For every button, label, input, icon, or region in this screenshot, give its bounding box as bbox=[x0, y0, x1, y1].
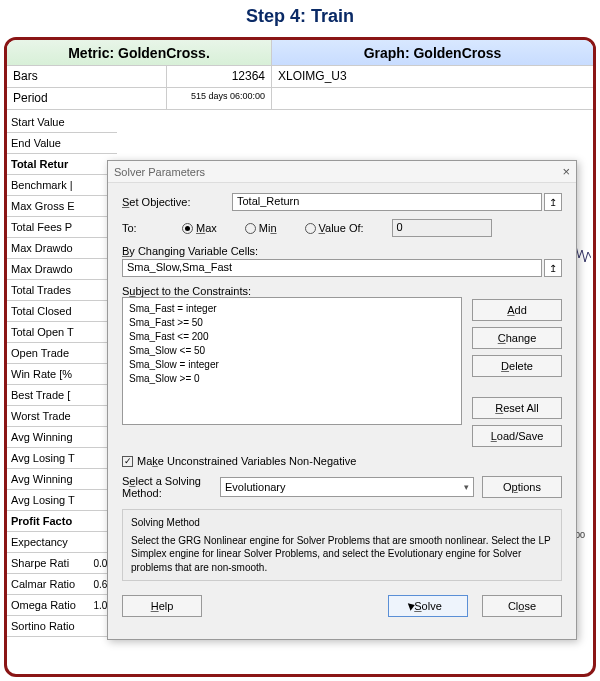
collapse-icon[interactable]: ↥ bbox=[544, 193, 562, 211]
stat-label: Calmar Ratio bbox=[11, 578, 75, 590]
stat-label: End Value bbox=[11, 137, 61, 149]
stat-row: Best Trade [ bbox=[7, 385, 117, 406]
stat-row: Max Drawdo bbox=[7, 238, 117, 259]
stat-label: Max Gross E bbox=[11, 200, 75, 212]
stat-row: End Value bbox=[7, 133, 117, 154]
radio-max[interactable]: Max bbox=[182, 222, 217, 234]
stat-label: Open Trade bbox=[11, 347, 69, 359]
stat-label: Benchmark | bbox=[11, 179, 73, 191]
period-row: Period 515 days 06:00:00 bbox=[7, 88, 593, 110]
desc-header: Solving Method bbox=[131, 516, 553, 530]
stat-row: Total Trades bbox=[7, 280, 117, 301]
checkbox-icon bbox=[122, 456, 133, 467]
dialog-title: Solver Parameters bbox=[114, 166, 205, 178]
step-title: Step 4: Train bbox=[0, 0, 600, 37]
set-objective-label: Set Objective: bbox=[122, 196, 232, 208]
stat-row: Avg Losing T bbox=[7, 490, 117, 511]
to-label: To: bbox=[122, 222, 152, 234]
value-of-input[interactable]: 0 bbox=[392, 219, 492, 237]
reset-all-button[interactable]: Reset All bbox=[472, 397, 562, 419]
stat-label: Total Fees P bbox=[11, 221, 72, 233]
constraint-item[interactable]: Sma_Fast <= 200 bbox=[129, 330, 455, 344]
stat-row: Sortino Ratio bbox=[7, 616, 117, 637]
method-select[interactable]: Evolutionary ▾ bbox=[220, 477, 474, 497]
period-label: Period bbox=[7, 88, 167, 109]
changing-cells-label: By Changing Variable Cells: bbox=[122, 245, 562, 257]
stat-label: Avg Winning bbox=[11, 473, 73, 485]
solving-method-description: Solving Method Select the GRG Nonlinear … bbox=[122, 509, 562, 581]
stat-row: Sharpe Rati0.05 bbox=[7, 553, 117, 574]
radio-value-of[interactable]: Value Of: bbox=[305, 222, 364, 234]
load-save-button[interactable]: Load/Save bbox=[472, 425, 562, 447]
dialog-titlebar: Solver Parameters × bbox=[108, 161, 576, 183]
changing-cells-input[interactable]: Sma_Slow,Sma_Fast bbox=[122, 259, 542, 277]
stat-row: Open Trade bbox=[7, 343, 117, 364]
stat-row: Avg Losing T bbox=[7, 448, 117, 469]
stat-row: Profit Facto bbox=[7, 511, 117, 532]
close-icon[interactable]: × bbox=[562, 164, 570, 179]
stat-label: Expectancy bbox=[11, 536, 68, 548]
solve-button[interactable]: Solve bbox=[388, 595, 468, 617]
stat-row: Avg Winning bbox=[7, 469, 117, 490]
nonneg-checkbox[interactable]: Make Unconstrained Variables Non-Negativ… bbox=[122, 455, 562, 467]
close-button[interactable]: Close bbox=[482, 595, 562, 617]
add-button[interactable]: Add bbox=[472, 299, 562, 321]
stat-row: Expectancy bbox=[7, 532, 117, 553]
delete-button[interactable]: Delete bbox=[472, 355, 562, 377]
period-value: 515 days 06:00:00 bbox=[167, 88, 272, 109]
objective-input[interactable]: Total_Return bbox=[232, 193, 542, 211]
stat-row: Start Value bbox=[7, 112, 117, 133]
constraints-label: Subject to the Constraints: bbox=[122, 285, 562, 297]
constraints-list[interactable]: Sma_Fast = integerSma_Fast >= 50Sma_Fast… bbox=[122, 297, 462, 425]
constraint-item[interactable]: Sma_Slow = integer bbox=[129, 358, 455, 372]
stat-row: Total Open T bbox=[7, 322, 117, 343]
radio-min[interactable]: Min bbox=[245, 222, 277, 234]
bars-label: Bars bbox=[7, 66, 167, 87]
bars-value: 12364 bbox=[167, 66, 272, 87]
stat-label: Total Trades bbox=[11, 284, 71, 296]
stat-label: Sortino Ratio bbox=[11, 620, 75, 632]
constraint-item[interactable]: Sma_Fast = integer bbox=[129, 302, 455, 316]
stat-row: Omega Ratio1.04 bbox=[7, 595, 117, 616]
solver-dialog: Solver Parameters × Set Objective: Total… bbox=[107, 160, 577, 640]
collapse-icon-2[interactable]: ↥ bbox=[544, 259, 562, 277]
stat-label: Worst Trade bbox=[11, 410, 71, 422]
stat-label: Max Drawdo bbox=[11, 263, 73, 275]
stat-row: Avg Winning bbox=[7, 427, 117, 448]
desc-body: Select the GRG Nonlinear engine for Solv… bbox=[131, 534, 553, 575]
stat-label: Sharpe Rati bbox=[11, 557, 69, 569]
stat-label: Profit Facto bbox=[11, 515, 72, 527]
stat-row: Benchmark | bbox=[7, 175, 117, 196]
stat-row: Calmar Ratio0.62 bbox=[7, 574, 117, 595]
stat-row: Total Fees P bbox=[7, 217, 117, 238]
stat-label: Avg Winning bbox=[11, 431, 73, 443]
constraint-item[interactable]: Sma_Fast >= 50 bbox=[129, 316, 455, 330]
stat-label: Total Retur bbox=[11, 158, 68, 170]
stat-label: Win Rate [% bbox=[11, 368, 72, 380]
stat-row: Total Closed bbox=[7, 301, 117, 322]
stat-label: Best Trade [ bbox=[11, 389, 70, 401]
method-value: Evolutionary bbox=[225, 481, 286, 493]
help-button[interactable]: Help bbox=[122, 595, 202, 617]
bars-right: XLOIMG_U3 bbox=[272, 66, 593, 87]
change-button[interactable]: Change bbox=[472, 327, 562, 349]
stat-row: Win Rate [% bbox=[7, 364, 117, 385]
stat-label: Max Drawdo bbox=[11, 242, 73, 254]
stat-row: Max Gross E bbox=[7, 196, 117, 217]
stat-label: Omega Ratio bbox=[11, 599, 76, 611]
constraint-item[interactable]: Sma_Slow <= 50 bbox=[129, 344, 455, 358]
stat-label: Start Value bbox=[11, 116, 65, 128]
stat-label: Avg Losing T bbox=[11, 452, 75, 464]
method-label: Select a Solving Method: bbox=[122, 475, 212, 499]
chevron-down-icon: ▾ bbox=[464, 482, 469, 492]
bars-row: Bars 12364 XLOIMG_U3 bbox=[7, 66, 593, 88]
stat-label: Total Open T bbox=[11, 326, 74, 338]
period-right bbox=[272, 88, 593, 109]
stats-column: Start ValueEnd ValueTotal ReturBenchmark… bbox=[7, 112, 117, 637]
main-frame: Metric: GoldenCross. Graph: GoldenCross … bbox=[4, 37, 596, 677]
stat-label: Total Closed bbox=[11, 305, 72, 317]
stat-label: Avg Losing T bbox=[11, 494, 75, 506]
stat-row: Total Retur bbox=[7, 154, 117, 175]
constraint-item[interactable]: Sma_Slow >= 0 bbox=[129, 372, 455, 386]
options-button[interactable]: Options bbox=[482, 476, 562, 498]
